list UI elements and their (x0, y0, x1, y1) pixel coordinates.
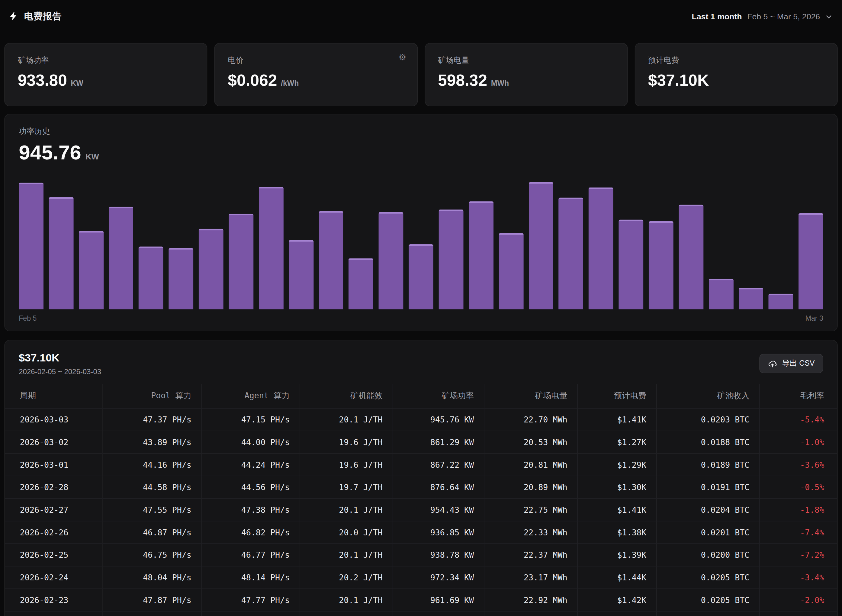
chart-title: 功率历史 (19, 126, 823, 136)
cell-value: 861.29 KW (393, 431, 484, 453)
date-range-value: Feb 5 ~ Mar 5, 2026 (747, 12, 820, 21)
cell-value: 48.04 PH/s (102, 566, 201, 589)
stat-unit: KW (71, 79, 83, 87)
cell-empty (759, 611, 838, 616)
cell-value: 23.17 MWh (484, 566, 577, 589)
chart-bar (109, 207, 133, 309)
column-header: 矿池收入 (656, 384, 759, 408)
total-fee: $37.10K (19, 352, 101, 364)
daily-report-panel: $37.10K 2026-02-05 ~ 2026-03-03 导出 CSV 周… (4, 340, 838, 616)
cell-value: $1.38K (577, 521, 656, 544)
cell-value: 46.77 PH/s (201, 544, 299, 566)
cell-value: 0.0200 BTC (656, 544, 759, 566)
chart-bar (169, 248, 194, 309)
chart-bar (79, 231, 104, 309)
chart-current-value: 945.76KW (19, 141, 823, 165)
cell-value: 19.7 J/TH (299, 476, 393, 499)
cell-value: 20.1 J/TH (299, 499, 393, 521)
stat-label: 预计电费 (648, 55, 824, 66)
table-row: 2026-03-0347.37 PH/s47.15 PH/s20.1 J/TH9… (5, 408, 838, 431)
cell-value: 22.70 MWh (484, 408, 577, 431)
cell-period: 2026-03-01 (5, 453, 102, 476)
cell-value: 48.14 PH/s (201, 566, 299, 589)
chart-bar (709, 279, 733, 309)
cell-value: 20.81 MWh (484, 453, 577, 476)
chart-x-axis: Feb 5 Mar 3 (19, 314, 823, 322)
cell-value: -0.5% (759, 476, 838, 499)
cell-value: -1.8% (759, 499, 838, 521)
chart-bar (439, 209, 464, 309)
app-header: 电费报告 Last 1 month Feb 5 ~ Mar 5, 2026 (0, 0, 842, 32)
table-row: 2026-03-0243.89 PH/s44.00 PH/s19.6 J/TH8… (5, 431, 838, 453)
cell-empty (201, 611, 299, 616)
cell-value: 44.58 PH/s (102, 476, 201, 499)
cell-value: -5.4% (759, 408, 838, 431)
cell-period: 2026-03-02 (5, 431, 102, 453)
power-history-panel: 功率历史 945.76KW Feb 5 Mar 3 (4, 114, 838, 331)
cell-value: 19.6 J/TH (299, 431, 393, 453)
stat-unit: MWh (491, 79, 509, 87)
stat-number: 933.80 (18, 71, 67, 89)
chart-bar (199, 229, 223, 309)
chart-bar (259, 186, 283, 309)
cell-value: 972.34 KW (393, 566, 484, 589)
date-range-picker[interactable]: Last 1 month Feb 5 ~ Mar 5, 2026 (691, 9, 833, 24)
chart-bar (499, 233, 524, 309)
cell-value: 47.15 PH/s (201, 408, 299, 431)
cell-value: 936.85 KW (393, 521, 484, 544)
cell-value: 20.1 J/TH (299, 544, 393, 566)
chart-bar (679, 205, 703, 309)
stat-card-farm-power: 矿场功率 933.80KW (4, 43, 207, 106)
column-header: 矿场电量 (484, 384, 577, 408)
cell-value: 44.24 PH/s (201, 453, 299, 476)
cell-value: 22.75 MWh (484, 499, 577, 521)
cell-value: 20.0 J/TH (299, 521, 393, 544)
chart-bar (229, 214, 254, 309)
cell-value: 43.89 PH/s (102, 431, 201, 453)
daily-report-table: 周期Pool 算力Agent 算力矿机能效矿场功率矿场电量预计电费矿池收入毛利率… (5, 384, 838, 616)
cell-value: $1.42K (577, 589, 656, 612)
cloud-export-icon (768, 359, 777, 368)
column-header: 矿机能效 (299, 384, 393, 408)
cell-value: 44.00 PH/s (201, 431, 299, 453)
export-csv-label: 导出 CSV (782, 359, 814, 368)
stat-cards-row: 矿场功率 933.80KW 电价 $0.062/kWh ⚙ 矿场电量 598.3… (0, 32, 842, 106)
chart-bar (139, 246, 164, 309)
chart-bar (769, 293, 794, 309)
table-header-row: 周期Pool 算力Agent 算力矿机能效矿场功率矿场电量预计电费矿池收入毛利率 (5, 384, 838, 408)
cell-value: 47.37 PH/s (102, 408, 201, 431)
cell-value: 22.37 MWh (484, 544, 577, 566)
table-panel-summary: $37.10K 2026-02-05 ~ 2026-03-03 (19, 352, 101, 376)
column-header: Pool 算力 (102, 384, 201, 408)
cell-empty (393, 611, 484, 616)
export-csv-button[interactable]: 导出 CSV (760, 354, 823, 373)
column-header: 周期 (5, 384, 102, 408)
chart-bar (49, 197, 74, 309)
chart-bar (588, 188, 613, 309)
chart-bar (469, 201, 493, 309)
table-row: 2026-03-0144.16 PH/s44.24 PH/s19.6 J/TH8… (5, 453, 838, 476)
cell-period: 2026-02-24 (5, 566, 102, 589)
chart-bar (19, 182, 44, 309)
cell-value: $1.41K (577, 408, 656, 431)
gear-icon[interactable]: ⚙ (396, 51, 409, 64)
cell-value: 0.0189 BTC (656, 453, 759, 476)
chevron-down-icon (825, 13, 832, 20)
cell-period: 2026-02-28 (5, 476, 102, 499)
cell-value: -7.4% (759, 521, 838, 544)
cell-value: $1.30K (577, 476, 656, 499)
cell-value: 20.1 J/TH (299, 589, 393, 612)
cell-value: 0.0201 BTC (656, 521, 759, 544)
cell-value: $1.41K (577, 499, 656, 521)
stat-card-electricity-price: 电价 $0.062/kWh ⚙ (214, 43, 418, 106)
cell-value: 945.76 KW (393, 408, 484, 431)
cell-value: 867.22 KW (393, 453, 484, 476)
cell-value: -2.0% (759, 589, 838, 612)
chart-bar (409, 244, 433, 309)
cell-value: -3.6% (759, 453, 838, 476)
cell-value: -1.0% (759, 431, 838, 453)
chart-bar (379, 212, 403, 309)
cell-empty (5, 611, 102, 616)
chart-bar (559, 198, 584, 309)
stat-label: 矿场电量 (438, 55, 614, 66)
